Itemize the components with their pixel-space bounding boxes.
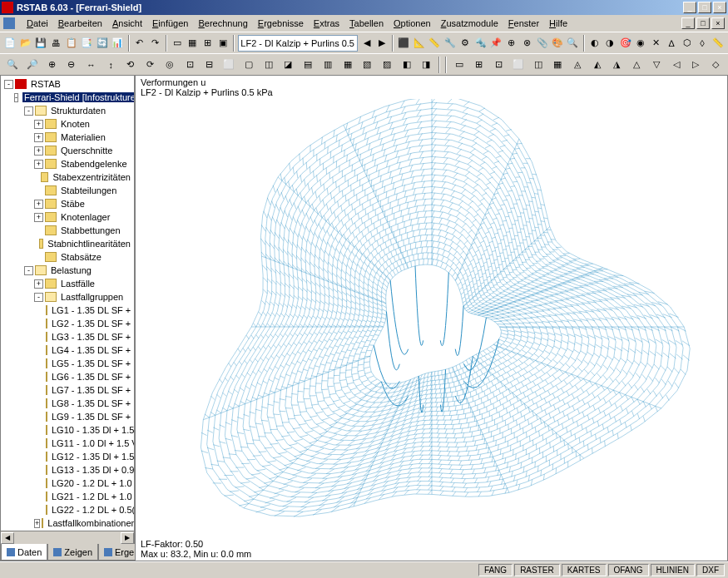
navigator-tab-daten[interactable]: Daten <box>1 544 47 561</box>
disp-btn-0[interactable]: ▭ <box>450 56 468 74</box>
tool-btn-6[interactable]: 📌 <box>489 34 503 52</box>
mdi-close-button[interactable]: × <box>711 17 725 29</box>
menu-hilfe[interactable]: Hilfe <box>544 17 572 30</box>
status-dxf[interactable]: DXF <box>696 564 725 576</box>
tool-btn-0[interactable]: ⬛ <box>397 34 410 52</box>
tree-node-21[interactable]: LG5 - 1.35 DL SF + 1 <box>2 357 132 370</box>
disp-btn-10[interactable]: ▽ <box>647 56 666 74</box>
tree-node-22[interactable]: LG6 - 1.35 DL SF + 1 <box>2 370 132 383</box>
snap-btn-6[interactable]: ⬡ <box>680 34 693 52</box>
tool-btn-5[interactable]: 🔩 <box>474 34 488 52</box>
close-button[interactable]: × <box>713 2 726 13</box>
zoom-btn-0[interactable]: 🔍 <box>3 56 22 74</box>
mdi-maximize-button[interactable]: □ <box>696 17 710 29</box>
disp-btn-7[interactable]: ◭ <box>588 56 607 74</box>
zoom-btn-8[interactable]: ◎ <box>161 56 180 74</box>
menu-datei[interactable]: Datei <box>22 17 53 30</box>
tree-node-20[interactable]: LG4 - 1.35 DL SF + 1 <box>2 343 132 357</box>
tool-btn-2[interactable]: 📏 <box>428 34 441 52</box>
mdi-minimize-button[interactable]: _ <box>681 17 695 29</box>
zoom-btn-3[interactable]: ⊖ <box>62 56 81 74</box>
tree-expand-icon[interactable]: - <box>24 266 33 275</box>
disp-btn-13[interactable]: ◇ <box>706 56 725 74</box>
tree-node-1[interactable]: -Ferrari-Shield [Infostrukture <box>2 91 132 104</box>
tree-node-10[interactable]: +Knotenlager <box>2 210 132 224</box>
tool-btn-10[interactable]: 🎨 <box>551 34 564 52</box>
view-btn-0[interactable]: ▭ <box>171 34 184 52</box>
view-btn-3[interactable]: ▣ <box>216 34 230 52</box>
menu-ansicht[interactable]: Ansicht <box>107 17 147 30</box>
disp-btn-5[interactable]: ▦ <box>549 56 567 74</box>
file-btn-1[interactable]: 📂 <box>18 34 32 52</box>
disp-btn-2[interactable]: ⊡ <box>490 56 508 74</box>
undo-btn-1[interactable]: ↷ <box>148 34 161 52</box>
tree-node-0[interactable]: -RSTAB <box>2 77 132 91</box>
disp-btn-4[interactable]: ◫ <box>529 56 547 74</box>
tree-node-16[interactable]: -Lastfallgruppen <box>2 290 132 304</box>
disp-btn-8[interactable]: ◮ <box>608 56 626 74</box>
tool-btn-9[interactable]: 📎 <box>535 34 548 52</box>
scroll-right-button[interactable]: ▶ <box>121 532 134 544</box>
viewport-canvas[interactable] <box>136 99 727 537</box>
tree-node-30[interactable]: LG20 - 1.2 DL + 1.0 S <box>2 477 132 490</box>
tree-node-2[interactable]: -Strukturdaten <box>2 104 132 117</box>
tree-node-19[interactable]: LG3 - 1.35 DL SF + 1 <box>2 330 132 343</box>
zoom-btn-12[interactable]: ▢ <box>240 56 258 74</box>
tree-expand-icon[interactable]: + <box>34 213 43 222</box>
tree-expand-icon[interactable]: + <box>34 146 43 156</box>
tree-expand-icon[interactable]: + <box>34 519 40 528</box>
menu-optionen[interactable]: Optionen <box>389 17 436 30</box>
tree-node-14[interactable]: -Belastung <box>2 264 132 277</box>
zoom-btn-17[interactable]: ▦ <box>339 56 357 74</box>
maximize-button[interactable]: □ <box>698 2 711 13</box>
menu-ergebnisse[interactable]: Ergebnisse <box>253 17 309 30</box>
scroll-left-button[interactable]: ◀ <box>1 532 14 544</box>
snap-btn-3[interactable]: ◉ <box>634 34 647 52</box>
tree-expand-icon[interactable]: - <box>34 293 43 302</box>
tree-node-15[interactable]: +Lastfälle <box>2 277 132 290</box>
tree-node-11[interactable]: Stabbettungen <box>2 224 132 237</box>
file-btn-4[interactable]: 📋 <box>65 34 78 52</box>
file-btn-7[interactable]: 📊 <box>111 34 124 52</box>
disp-btn-1[interactable]: ⊞ <box>470 56 488 74</box>
zoom-btn-6[interactable]: ⟲ <box>121 56 140 74</box>
tool-btn-7[interactable]: ⊕ <box>504 34 518 52</box>
tree-expand-icon[interactable]: + <box>34 200 43 209</box>
minimize-button[interactable]: _ <box>683 2 696 13</box>
view-btn-2[interactable]: ⊞ <box>201 34 214 52</box>
zoom-btn-19[interactable]: ▨ <box>378 56 396 74</box>
zoom-btn-15[interactable]: ▤ <box>299 56 317 74</box>
snap-btn-5[interactable]: ∆ <box>665 34 678 52</box>
snap-btn-7[interactable]: ◊ <box>696 34 709 52</box>
zoom-btn-14[interactable]: ◪ <box>280 56 298 74</box>
model-viewport[interactable]: Verformungen u LF2 - Dl Kalzip + Purlins… <box>135 75 728 561</box>
menu-bearbeiten[interactable]: Bearbeiten <box>53 17 107 30</box>
tree-node-9[interactable]: +Stäbe <box>2 197 132 210</box>
zoom-btn-18[interactable]: ▧ <box>358 56 376 74</box>
file-btn-3[interactable]: 🖶 <box>49 34 62 52</box>
snap-btn-0[interactable]: ◐ <box>588 34 602 52</box>
zoom-btn-13[interactable]: ◫ <box>260 56 278 74</box>
zoom-btn-7[interactable]: ⟳ <box>141 56 160 74</box>
status-ofang[interactable]: OFANG <box>608 564 649 576</box>
disp-btn-9[interactable]: △ <box>627 56 646 74</box>
status-raster[interactable]: RASTER <box>514 564 560 576</box>
tree-node-32[interactable]: LG22 - 1.2 DL + 0.5( <box>2 503 132 516</box>
menu-extras[interactable]: Extras <box>309 17 344 30</box>
tree-node-31[interactable]: LG21 - 1.2 DL + 1.0 S <box>2 490 132 503</box>
tree-expand-icon[interactable]: + <box>34 160 43 169</box>
tool-btn-8[interactable]: ⊗ <box>520 34 533 52</box>
zoom-btn-2[interactable]: ⊕ <box>42 56 61 74</box>
tree-node-13[interactable]: Stabsätze <box>2 250 132 264</box>
snap-btn-1[interactable]: ◑ <box>603 34 617 52</box>
zoom-btn-4[interactable]: ↔ <box>82 56 101 74</box>
status-kartes[interactable]: KARTES <box>562 564 607 576</box>
tree-node-7[interactable]: Stabexzentrizitäten <box>2 170 132 184</box>
tree-node-4[interactable]: +Materialien <box>2 131 132 144</box>
zoom-btn-1[interactable]: 🔎 <box>23 56 42 74</box>
tool-btn-11[interactable]: 🔍 <box>566 34 579 52</box>
project-tree[interactable]: -RSTAB-Ferrari-Shield [Infostrukture-Str… <box>1 76 134 531</box>
tree-expand-icon[interactable]: - <box>14 93 18 102</box>
tree-node-33[interactable]: +Lastfallkombinationen <box>2 516 132 530</box>
nav-btn-1[interactable]: ▶ <box>375 34 389 52</box>
